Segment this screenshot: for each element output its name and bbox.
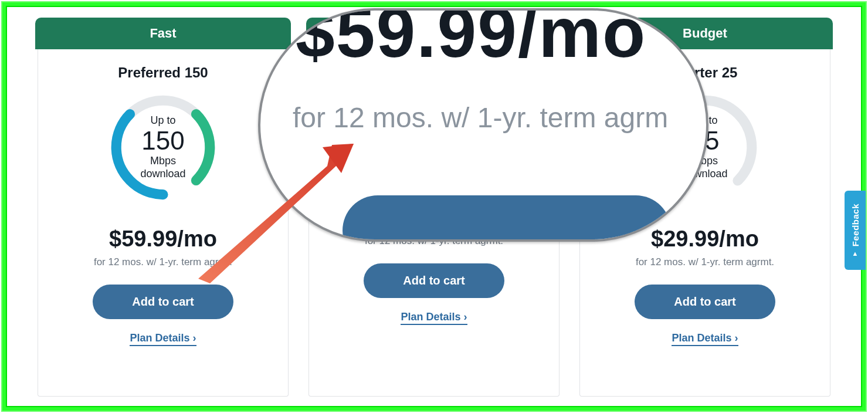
add-to-cart-button[interactable]: Add to cart bbox=[635, 285, 775, 319]
speed-gauge: Up to 150 Mbps download bbox=[107, 92, 219, 203]
magnifier-button-fragment bbox=[343, 195, 671, 242]
magnifier-price: $59.99/mo bbox=[296, 8, 694, 73]
plan-details-link[interactable]: Plan Details › bbox=[326, 311, 542, 323]
plan-details-link[interactable]: Plan Details › bbox=[55, 332, 272, 344]
plan-price: $59.99/mo bbox=[55, 226, 272, 252]
plan-name: Preferred 150 bbox=[55, 65, 272, 81]
gauge-speed: 150 bbox=[141, 128, 184, 154]
add-to-cart-button[interactable]: Add to cart bbox=[93, 285, 233, 319]
plan-terms: for 12 mos. w/ 1-yr. term agrmt. bbox=[596, 256, 813, 268]
feedback-arrow-icon: ▲ bbox=[852, 250, 859, 257]
plan-details-link[interactable]: Plan Details › bbox=[596, 332, 813, 344]
gauge-sub: download bbox=[140, 168, 185, 181]
plan-tier-label: Fast bbox=[35, 18, 291, 49]
plan-terms: for 12 mos. w/ 1-yr. term agrmt. bbox=[55, 256, 272, 268]
feedback-tab[interactable]: Feedback ▲ bbox=[845, 191, 866, 270]
plan-card-fast: Fast Preferred 150 Up to 150 Mbps bbox=[38, 18, 289, 395]
magnifier-terms: for 12 mos. w/ 1-yr. term agrm bbox=[293, 101, 668, 134]
gauge-upto: Up to bbox=[150, 114, 175, 127]
add-to-cart-button[interactable]: Add to cart bbox=[364, 263, 504, 298]
magnifier-callout: $59.99/mo for 12 mos. w/ 1-yr. term agrm bbox=[258, 8, 708, 242]
gauge-unit: Mbps bbox=[150, 155, 176, 168]
feedback-label: Feedback bbox=[850, 204, 860, 246]
